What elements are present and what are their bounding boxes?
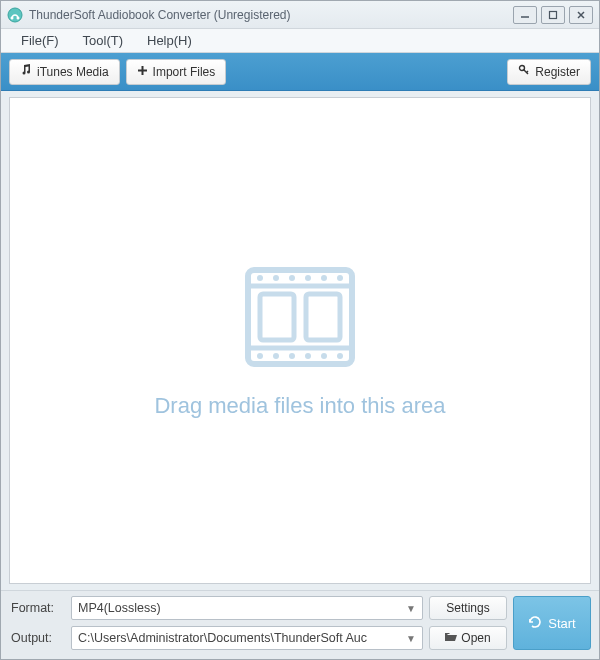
chevron-down-icon: ▼: [406, 633, 416, 644]
svg-rect-4: [550, 11, 557, 18]
key-icon: [518, 64, 530, 79]
svg-point-16: [273, 275, 279, 281]
open-label: Open: [461, 631, 490, 645]
toolbar: iTunes Media Import Files Register: [1, 53, 599, 91]
import-files-label: Import Files: [153, 65, 216, 79]
svg-point-18: [305, 275, 311, 281]
chevron-down-icon: ▼: [406, 603, 416, 614]
itunes-media-label: iTunes Media: [37, 65, 109, 79]
format-select[interactable]: MP4(Lossless) ▼: [71, 596, 423, 620]
minimize-button[interactable]: [513, 6, 537, 24]
close-button[interactable]: [569, 6, 593, 24]
menu-file[interactable]: File(F): [9, 33, 71, 48]
open-button[interactable]: Open: [429, 626, 507, 650]
menubar: File(F) Tool(T) Help(H): [1, 29, 599, 53]
maximize-button[interactable]: [541, 6, 565, 24]
film-icon: [240, 262, 360, 375]
menu-help[interactable]: Help(H): [135, 33, 204, 48]
format-label: Format:: [9, 601, 65, 615]
folder-open-icon: [445, 631, 457, 645]
window-title: ThunderSoft Audiobook Converter (Unregis…: [29, 8, 509, 22]
start-label: Start: [548, 616, 575, 631]
music-note-icon: [20, 64, 32, 79]
svg-point-24: [305, 353, 311, 359]
plus-icon: [137, 65, 148, 79]
svg-point-23: [289, 353, 295, 359]
output-path-select[interactable]: C:\Users\Administrator\Documents\Thunder…: [71, 626, 423, 650]
settings-button[interactable]: Settings: [429, 596, 507, 620]
menu-tool[interactable]: Tool(T): [71, 33, 135, 48]
start-button[interactable]: Start: [513, 596, 591, 650]
svg-point-2: [17, 16, 20, 19]
svg-point-1: [11, 16, 14, 19]
bottom-panel: Format: MP4(Lossless) ▼ Settings Start O…: [1, 590, 599, 659]
svg-line-11: [527, 71, 529, 73]
main-area: Drag media files into this area: [1, 91, 599, 590]
svg-rect-28: [306, 294, 340, 340]
app-window: ThunderSoft Audiobook Converter (Unregis…: [0, 0, 600, 660]
svg-point-22: [273, 353, 279, 359]
register-button[interactable]: Register: [507, 59, 591, 85]
output-value: C:\Users\Administrator\Documents\Thunder…: [78, 631, 416, 645]
itunes-media-button[interactable]: iTunes Media: [9, 59, 120, 85]
refresh-icon: [528, 615, 542, 632]
output-label: Output:: [9, 631, 65, 645]
format-value: MP4(Lossless): [78, 601, 416, 615]
svg-point-20: [337, 275, 343, 281]
drop-area[interactable]: Drag media files into this area: [9, 97, 591, 584]
drop-area-text: Drag media files into this area: [154, 393, 445, 419]
svg-point-25: [321, 353, 327, 359]
import-files-button[interactable]: Import Files: [126, 59, 227, 85]
svg-point-26: [337, 353, 343, 359]
titlebar: ThunderSoft Audiobook Converter (Unregis…: [1, 1, 599, 29]
svg-point-17: [289, 275, 295, 281]
svg-point-15: [257, 275, 263, 281]
app-icon: [7, 7, 23, 23]
svg-point-21: [257, 353, 263, 359]
svg-point-19: [321, 275, 327, 281]
register-label: Register: [535, 65, 580, 79]
settings-label: Settings: [446, 601, 489, 615]
svg-rect-27: [260, 294, 294, 340]
